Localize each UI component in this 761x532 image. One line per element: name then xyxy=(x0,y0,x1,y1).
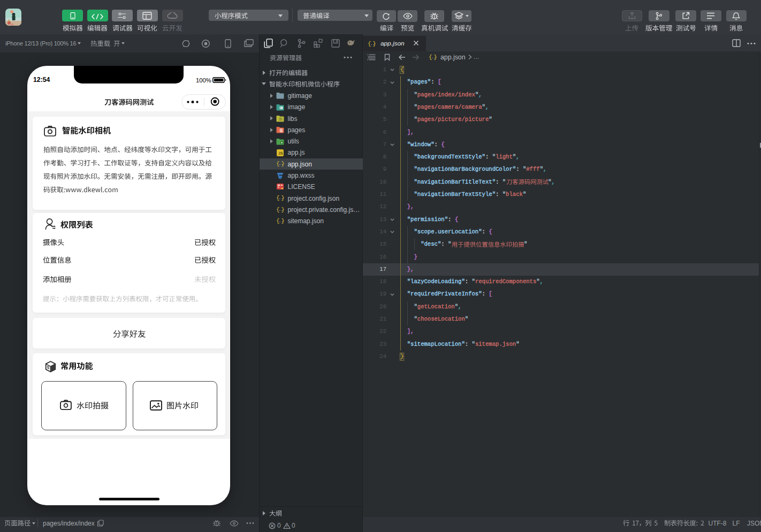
svg-text:}: } xyxy=(372,41,376,47)
svg-text:}: } xyxy=(281,207,285,213)
svg-text:}: } xyxy=(281,195,285,202)
svg-text:}: } xyxy=(281,218,285,224)
svg-text:}: } xyxy=(433,54,437,60)
svg-text:}: } xyxy=(281,161,285,168)
svg-text:JS: JS xyxy=(278,151,283,155)
